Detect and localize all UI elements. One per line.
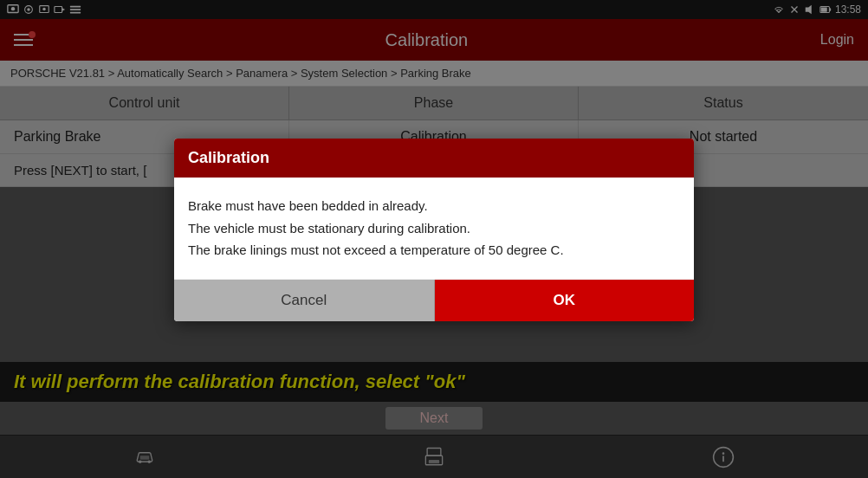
dialog-header: Calibration [174, 139, 694, 178]
calibration-dialog: Calibration Brake must have been bedded … [174, 139, 694, 321]
dialog-title: Calibration [188, 149, 269, 166]
dialog-overlay: Calibration Brake must have been bedded … [0, 0, 868, 478]
dialog-body: Brake must have been bedded in already. … [174, 178, 694, 279]
dialog-message: Brake must have been bedded in already. … [188, 195, 680, 262]
dialog-buttons: Cancel OK [174, 279, 694, 321]
cancel-button[interactable]: Cancel [174, 280, 435, 321]
ok-button[interactable]: OK [435, 280, 695, 321]
